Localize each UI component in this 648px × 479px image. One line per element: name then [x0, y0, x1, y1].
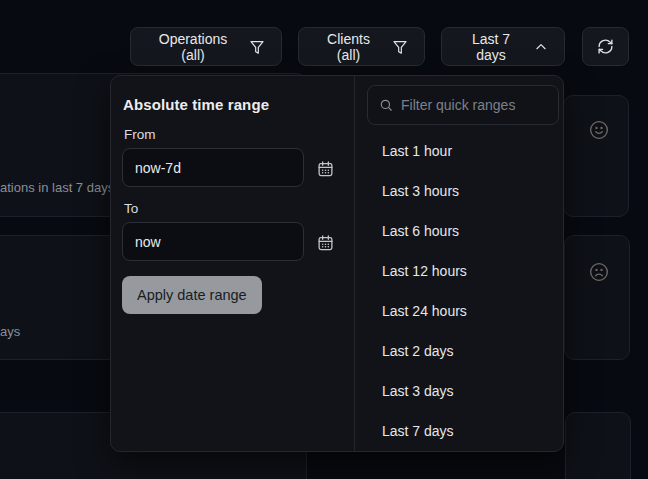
apply-date-range-button[interactable]: Apply date range	[122, 276, 262, 314]
background-card-caption: ations in last 7 days	[0, 180, 114, 195]
background-card	[564, 235, 630, 360]
time-range-picker-panel: Absolute time range From To	[110, 75, 564, 452]
quick-range-item-last-2-days[interactable]: Last 2 days	[355, 331, 563, 371]
refresh-icon	[597, 38, 614, 55]
quick-ranges-list: Last 1 hour Last 3 hours Last 6 hours La…	[355, 131, 563, 451]
absolute-time-range-title: Absolute time range	[123, 96, 269, 113]
absolute-time-range-section: Absolute time range From To	[111, 76, 354, 451]
from-calendar-button[interactable]	[317, 159, 335, 177]
search-icon	[379, 98, 393, 112]
chevron-up-icon	[534, 40, 548, 54]
background-card	[563, 95, 629, 217]
funnel-icon	[392, 39, 408, 55]
quick-range-item-last-3-days[interactable]: Last 3 days	[355, 371, 563, 411]
quick-range-item-last-6-hours[interactable]: Last 6 hours	[355, 211, 563, 251]
quick-range-item-last-24-hours[interactable]: Last 24 hours	[355, 291, 563, 331]
to-calendar-button[interactable]	[317, 233, 335, 251]
background-card-caption: ays	[0, 324, 20, 339]
frown-face-icon	[589, 262, 609, 282]
quick-range-item-last-3-hours[interactable]: Last 3 hours	[355, 171, 563, 211]
quick-range-item-last-12-hours[interactable]: Last 12 hours	[355, 251, 563, 291]
time-range-button[interactable]: Last 7 days	[441, 27, 565, 66]
app-root: ations in last 7 days ays Operations (al…	[0, 0, 648, 479]
quick-ranges-filter[interactable]	[367, 85, 559, 125]
to-label: To	[124, 201, 138, 216]
refresh-button[interactable]	[582, 27, 629, 66]
quick-ranges-section: Last 1 hour Last 3 hours Last 6 hours La…	[354, 76, 563, 451]
clients-filter-button[interactable]: Clients (all)	[298, 27, 425, 66]
time-range-label: Last 7 days	[458, 31, 524, 63]
funnel-icon	[249, 39, 265, 55]
quick-range-item-last-1-hour[interactable]: Last 1 hour	[355, 131, 563, 171]
quick-ranges-filter-input[interactable]	[401, 97, 547, 113]
calendar-icon	[317, 234, 335, 251]
calendar-icon	[317, 160, 335, 177]
clients-filter-label: Clients (all)	[315, 31, 382, 63]
smiley-face-icon	[589, 120, 609, 140]
operations-filter-button[interactable]: Operations (all)	[130, 27, 282, 66]
from-input[interactable]	[122, 148, 304, 187]
background-card	[565, 412, 631, 479]
to-input[interactable]	[122, 222, 304, 261]
from-label: From	[124, 127, 156, 142]
operations-filter-label: Operations (all)	[147, 31, 239, 63]
quick-range-item-last-7-days[interactable]: Last 7 days	[355, 411, 563, 451]
